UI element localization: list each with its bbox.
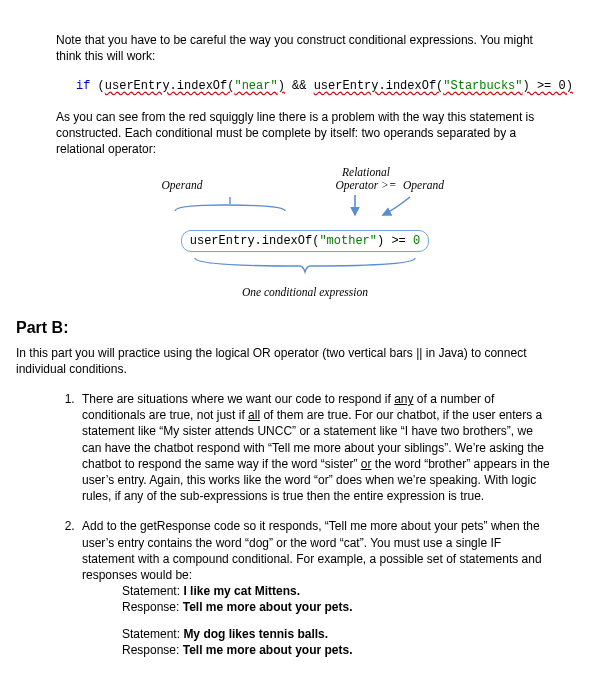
code-call-1b: )	[278, 79, 285, 93]
example-1: Statement: I like my cat Mittens. Respon…	[122, 583, 554, 615]
code-str2: "Starbucks"	[443, 79, 522, 93]
intro-p2: As you can see from the red squiggly lin…	[56, 109, 554, 158]
diagram-code: userEntry.indexOf("mother") >= 0	[181, 230, 429, 252]
numbered-list: There are situations where we want our c…	[56, 391, 554, 658]
intro-block: Note that you have to be careful the way…	[56, 32, 554, 64]
code-open: (	[90, 79, 104, 93]
label-relational-op: Relational Operator >=	[331, 166, 401, 191]
diagram-brace-bottom	[185, 254, 425, 276]
diagram-arrows-top	[155, 195, 455, 221]
label-operand-right: Operand	[403, 179, 444, 191]
diagram: Operand Relational Operator >= Operand	[56, 165, 554, 301]
code-and: &&	[285, 79, 314, 93]
list-item-1: There are situations where we want our c…	[78, 391, 554, 504]
document-page: Note that you have to be careful the way…	[0, 0, 610, 682]
kw-if: if	[76, 79, 90, 93]
code-close: )	[566, 79, 573, 93]
code-example-1: if (userEntry.indexOf("near") && userEnt…	[76, 78, 554, 94]
label-operand-left: Operand	[162, 179, 203, 191]
example-2: Statement: My dog likes tennis balls. Re…	[122, 626, 554, 658]
intro-block-2: As you can see from the red squiggly lin…	[56, 109, 554, 158]
code-str1: "near"	[234, 79, 277, 93]
code-call-2a: userEntry.indexOf(	[314, 79, 444, 93]
partb-intro: In this part you will practice using the…	[16, 345, 554, 377]
code-call-2b: ) >= 0	[523, 79, 566, 93]
code-call-1a: userEntry.indexOf(	[105, 79, 235, 93]
diagram-caption: One conditional expression	[137, 285, 473, 301]
list-item-2: Add to the getResponse code so it respon…	[78, 518, 554, 658]
intro-p1: Note that you have to be careful the way…	[56, 32, 554, 64]
partb-heading: Part B:	[16, 317, 554, 339]
